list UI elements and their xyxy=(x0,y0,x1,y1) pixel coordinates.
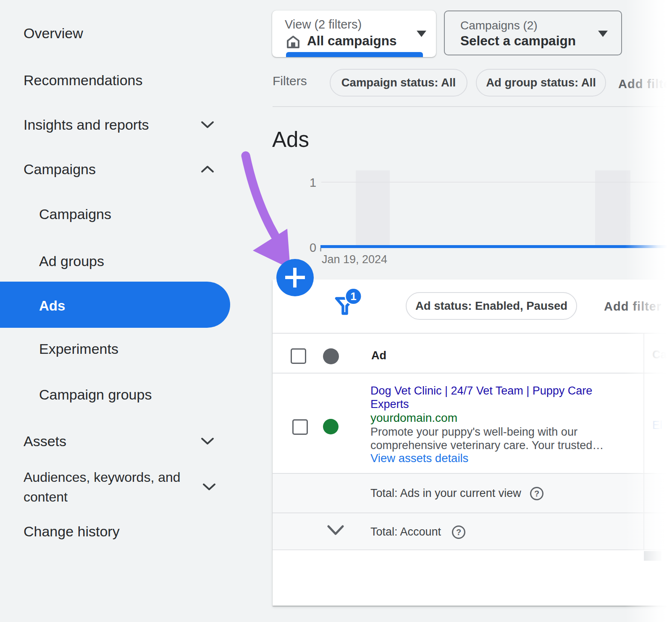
svg-text:?: ? xyxy=(456,528,461,537)
svg-text:?: ? xyxy=(534,489,539,498)
svg-text:1: 1 xyxy=(350,290,356,303)
